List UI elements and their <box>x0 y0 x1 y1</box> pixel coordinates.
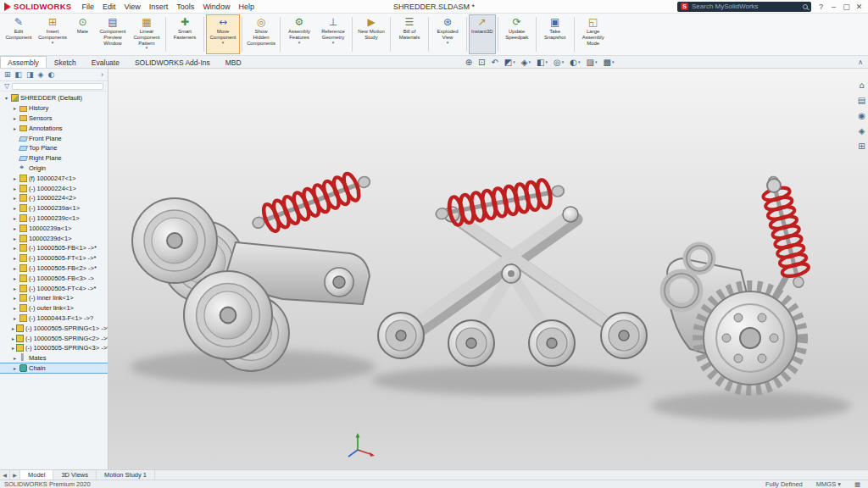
tree-filter-input[interactable] <box>12 83 103 90</box>
tab-mbd[interactable]: MBD <box>218 56 249 68</box>
manufacturers-icon[interactable]: ◈ <box>856 126 867 136</box>
ribbon-button-reference-geometry[interactable]: ⊥Reference Geometry▾ <box>316 14 350 54</box>
scroll-tabs-left-button[interactable]: ◀ <box>0 470 10 480</box>
tree-item-10000505-fb-2[interactable]: ▸(-) 10000505-FB<2> ->* <box>0 263 108 274</box>
expander-icon[interactable]: ▸ <box>12 325 14 331</box>
ribbon-button-assembly-features[interactable]: ⚙Assembly Features▾ <box>282 14 316 54</box>
ribbon-button-exploded-view[interactable]: ⊛Exploded View▾ <box>431 14 465 54</box>
menu-help[interactable]: Help <box>234 2 259 12</box>
bottom-tab-3d-views[interactable]: 3D Views <box>53 470 97 480</box>
tree-item-10000239a-1[interactable]: ▸10000239a<1> <box>0 223 108 233</box>
dimxpertmanager-tab[interactable]: ◈ <box>38 70 44 79</box>
window-restore-button[interactable]: ▢ <box>840 1 853 13</box>
tree-filter-icon[interactable]: ▽ <box>4 82 9 90</box>
mysolidworks-search-input[interactable]: S Search MySolidWorks <box>677 2 811 12</box>
tree-item-10000443-f-1[interactable]: ▸(-) 10000443-F<1> ->? <box>0 313 108 324</box>
expander-icon[interactable]: ▸ <box>12 236 18 241</box>
view-orientation-icon[interactable]: ◈▾ <box>521 58 531 67</box>
middle-assembly[interactable] <box>378 176 647 366</box>
expander-icon[interactable]: ▾ <box>3 95 9 101</box>
ribbon-button-instant3d[interactable]: ↗Instant3D <box>469 14 496 54</box>
expander-icon[interactable]: ▸ <box>12 315 18 321</box>
tree-item-sensors[interactable]: ▸Sensors <box>0 114 108 124</box>
scroll-tabs-right-button[interactable]: ▶ <box>10 470 20 480</box>
tree-item-10000224-1[interactable]: ▸(-) 10000224<1> <box>0 183 108 193</box>
tree-item-shredder-default[interactable]: ▾SHREDDER (Default) <box>0 93 108 103</box>
menu-view[interactable]: View <box>120 2 144 12</box>
tab-sketch[interactable]: Sketch <box>47 56 84 68</box>
expander-icon[interactable]: ▸ <box>12 105 18 111</box>
menu-window[interactable]: Window <box>198 2 234 12</box>
right-assembly[interactable] <box>665 174 813 391</box>
previous-view-icon[interactable]: ↶ <box>491 58 498 67</box>
ribbon-button-insert-components[interactable]: ⊞Insert Components▾ <box>36 14 70 54</box>
tab-evaluate[interactable]: Evaluate <box>84 56 127 68</box>
panel-collapse-chevron[interactable]: › <box>101 70 103 79</box>
apply-scene-icon[interactable]: ▨▾ <box>586 58 597 67</box>
tree-item-chain[interactable]: ▸Chain <box>0 363 108 374</box>
menu-tools[interactable]: Tools <box>172 2 198 12</box>
window-minimize-button[interactable]: – <box>827 1 840 13</box>
tree-item-annotations[interactable]: ▸Annotations <box>0 123 108 133</box>
tree-item-outer-link-1[interactable]: ▸(-) outer link<1> <box>0 303 108 313</box>
tree-item-inner-link-1[interactable]: ▸(-) inner link<1> <box>0 293 108 303</box>
ribbon-button-linear-component-pattern[interactable]: ▦Linear Component Pattern▾ <box>130 14 164 54</box>
ribbon-button-new-motion-study[interactable]: ▶New Motion Study <box>354 14 388 54</box>
window-close-button[interactable]: ✕ <box>853 1 865 13</box>
ribbon-button-bill-of-materials[interactable]: ☰Bill of Materials <box>392 14 426 54</box>
left-assembly[interactable] <box>132 167 375 371</box>
configurationmanager-tab[interactable]: ◨ <box>26 70 34 79</box>
community-icon[interactable]: ◉ <box>856 111 867 120</box>
bottom-tab-motion-study-1[interactable]: Motion Study 1 <box>97 470 155 480</box>
expander-icon[interactable]: ▸ <box>12 125 18 131</box>
tree-item-10000505-spring-1[interactable]: ▸(-) 10000505-SPRING<1> ->* <box>0 323 108 333</box>
expander-icon[interactable]: ▸ <box>12 255 18 261</box>
expander-icon[interactable]: ▸ <box>12 265 18 271</box>
edit-appearance-icon[interactable]: ◐▾ <box>570 58 580 67</box>
ribbon-button-show-hidden-components[interactable]: ◎Show Hidden Components <box>244 14 278 54</box>
view-settings-icon[interactable]: ▩▾ <box>603 58 614 67</box>
tree-item-10000239a-1[interactable]: ▸(-) 10000239a<1> <box>0 203 108 214</box>
ribbon-button-edit-component[interactable]: ✎Edit Component <box>2 14 36 54</box>
ribbon-button-mate[interactable]: ⊙Mate <box>70 14 96 54</box>
hide-show-items-icon[interactable]: ◎▾ <box>554 58 564 67</box>
menu-file[interactable]: File <box>77 2 98 12</box>
tree-item-10000505-spring-3[interactable]: ▸(-) 10000505-SPRING<3> ->* <box>0 343 108 353</box>
window-help-button[interactable]: ? <box>815 1 827 13</box>
expander-icon[interactable]: ▸ <box>12 355 18 361</box>
expander-icon[interactable]: ▸ <box>12 295 18 301</box>
tree-item-10000505-spring-2[interactable]: ▸(-) 10000505-SPRING<2> ->* <box>0 333 108 343</box>
statusbar-tool-icon[interactable]: ▦ <box>854 480 860 488</box>
tree-item-10000505-ft-1[interactable]: ▸(-) 10000505-FT<1> ->* <box>0 253 108 263</box>
home-icon[interactable]: ⌂ <box>856 80 867 90</box>
settings-icon[interactable]: ⊞ <box>856 141 867 151</box>
menu-insert[interactable]: Insert <box>145 2 173 12</box>
tree-item-10000239d-1[interactable]: ▸10000239d<1> <box>0 233 108 243</box>
expander-icon[interactable]: ▸ <box>12 115 18 121</box>
displaymanager-tab[interactable]: ◐ <box>48 70 55 79</box>
ribbon-button-component-preview-window[interactable]: ▤Component Preview Window <box>96 14 130 54</box>
ribbon-button-move-component[interactable]: ↔Move Component▾ <box>206 14 240 54</box>
expander-icon[interactable]: ▸ <box>12 195 18 201</box>
tree-item-10000224-2[interactable]: ▸(-) 10000224<2> <box>0 193 108 203</box>
propertymanager-tab[interactable]: ◧ <box>15 70 23 79</box>
expander-icon[interactable]: ▸ <box>12 275 18 281</box>
search-icon[interactable] <box>803 4 808 9</box>
resources-icon[interactable]: ▤ <box>856 96 867 105</box>
tree-item-top-plane[interactable]: Top Plane <box>0 143 108 153</box>
menu-edit[interactable]: Edit <box>98 2 120 12</box>
tree-item-10000505-ft-4[interactable]: ▸(-) 10000505-FT<4> ->* <box>0 283 108 293</box>
expander-icon[interactable]: ▸ <box>12 345 14 351</box>
expander-icon[interactable]: ▸ <box>12 205 18 211</box>
zoom-to-area-icon[interactable]: ⊡ <box>478 58 485 67</box>
tree-item-10000505-fb-1[interactable]: ▸(-) 10000505-FB<1> ->* <box>0 243 108 253</box>
expander-icon[interactable]: ▸ <box>12 215 18 221</box>
expander-icon[interactable]: ▸ <box>12 305 18 311</box>
tree-item-f-10000247-1[interactable]: ▸(f) 10000247<1> <box>0 173 108 183</box>
expander-icon[interactable]: ▸ <box>12 336 14 341</box>
expander-icon[interactable]: ▸ <box>12 365 18 371</box>
zoom-to-fit-icon[interactable]: ⊕ <box>465 58 472 67</box>
tab-solidworks-add-ins[interactable]: SOLIDWORKS Add-Ins <box>127 56 218 68</box>
tree-item-history[interactable]: ▸History <box>0 103 108 114</box>
expander-icon[interactable]: ▸ <box>12 245 18 251</box>
